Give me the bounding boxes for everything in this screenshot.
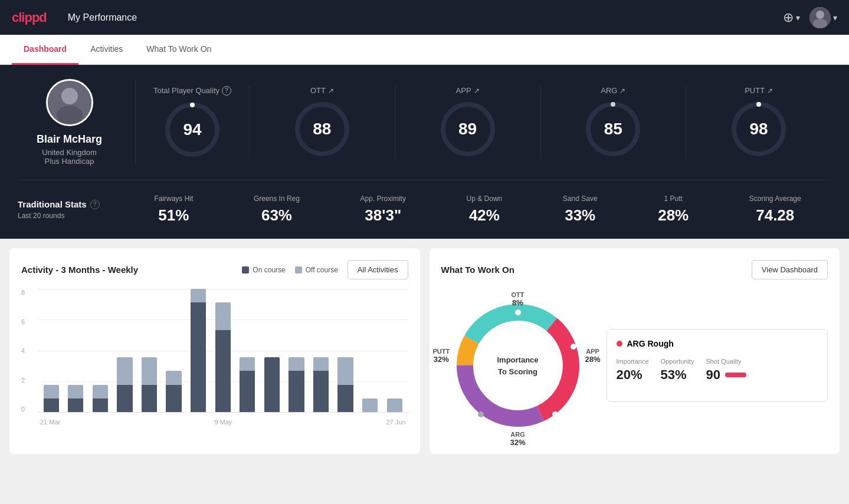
view-dashboard-button[interactable]: View Dashboard bbox=[752, 260, 828, 279]
fairways-label: Fairways Hit bbox=[154, 195, 193, 203]
bar-on-7 bbox=[215, 330, 231, 412]
donut-center-line1: Importance bbox=[497, 354, 538, 366]
player-country: United Kingdom bbox=[42, 148, 97, 157]
user-menu[interactable]: ▾ bbox=[809, 7, 837, 28]
tpq-info-icon[interactable]: ? bbox=[222, 86, 231, 95]
x-label-jun: 27 Jun bbox=[386, 419, 405, 426]
all-activities-button[interactable]: All Activities bbox=[348, 260, 408, 279]
tpq-value: 94 bbox=[183, 120, 201, 139]
donut-wrapper: Importance To Scoring OTT 8% APP 28% ARG… bbox=[441, 289, 595, 442]
activity-card: Activity - 3 Months - Weekly On course O… bbox=[9, 248, 420, 454]
info-card: ARG Rough Importance 20% Opportunity 53%… bbox=[607, 329, 828, 402]
importance-label: Importance bbox=[617, 358, 649, 365]
avatar bbox=[809, 7, 831, 28]
info-title: ARG Rough bbox=[627, 339, 674, 348]
svg-point-1 bbox=[816, 11, 824, 19]
bar-off-2 bbox=[93, 385, 108, 398]
tab-dashboard[interactable]: Dashboard bbox=[12, 35, 78, 65]
x-axis-labels: 21 Mar 9 May 27 Jun bbox=[38, 414, 408, 430]
bar-off-5 bbox=[166, 371, 181, 384]
y-label-4: 4 bbox=[21, 347, 25, 354]
fairways-value: 51% bbox=[158, 206, 189, 225]
stat-scoring: Scoring Average 74.28 bbox=[749, 195, 801, 225]
trad-subtitle: Last 20 rounds bbox=[18, 212, 124, 220]
player-name: Blair McHarg bbox=[37, 133, 102, 146]
bar-on-8 bbox=[240, 371, 255, 412]
tab-what-to-work-on[interactable]: What To Work On bbox=[135, 35, 223, 65]
x-label-may: 9 May bbox=[214, 419, 232, 426]
y-label-6: 6 bbox=[21, 318, 25, 325]
on-course-dot bbox=[242, 266, 249, 274]
ott-donut-label: OTT 8% bbox=[512, 291, 525, 307]
bar-group-14 bbox=[383, 289, 406, 412]
svg-point-5 bbox=[57, 106, 83, 124]
importance-value: 20% bbox=[617, 367, 649, 383]
bar-on-0 bbox=[44, 398, 59, 412]
on-course-label: On course bbox=[253, 266, 285, 274]
y-label-8: 8 bbox=[21, 289, 25, 296]
work-on-header: What To Work On View Dashboard bbox=[441, 260, 828, 279]
bar-group-4 bbox=[138, 289, 160, 412]
y-label-2: 2 bbox=[21, 377, 25, 384]
bar-group-5 bbox=[163, 289, 185, 412]
bar-off-11 bbox=[313, 357, 329, 371]
off-course-dot bbox=[295, 266, 302, 274]
chart-area bbox=[38, 289, 408, 413]
ott-value: 88 bbox=[313, 120, 331, 139]
trad-stat-items: Fairways Hit 51% Greens In Reg 63% App. … bbox=[124, 195, 831, 225]
bars bbox=[38, 289, 408, 412]
bottom-section: Activity - 3 Months - Weekly On course O… bbox=[0, 239, 849, 463]
player-handicap: Plus Handicap bbox=[45, 157, 94, 166]
putt-label: PUTT ↗ bbox=[745, 86, 773, 95]
svg-point-27 bbox=[478, 411, 484, 417]
oneputt-label: 1 Putt bbox=[664, 195, 683, 203]
stats-banner: Blair McHarg United Kingdom Plus Handica… bbox=[0, 65, 849, 239]
score-card-arg: ARG ↗ 85 bbox=[541, 86, 687, 159]
bar-group-8 bbox=[237, 289, 259, 412]
ott-circle: 88 bbox=[293, 100, 352, 159]
oneputt-value: 28% bbox=[658, 206, 689, 225]
tab-activities[interactable]: Activities bbox=[78, 35, 135, 65]
stat-greens: Greens In Reg 63% bbox=[254, 195, 300, 225]
bar-on-3 bbox=[117, 385, 132, 412]
shot-quality-row: 90 bbox=[706, 367, 748, 383]
bar-on-10 bbox=[289, 371, 304, 412]
app-circle: 89 bbox=[438, 100, 497, 159]
updown-label: Up & Down bbox=[467, 195, 503, 203]
activity-legend: On course Off course bbox=[242, 266, 338, 274]
info-metrics: Importance 20% Opportunity 53% Shot Qual… bbox=[617, 358, 818, 383]
red-dot-icon bbox=[617, 341, 622, 347]
score-card-app: APP ↗ 89 bbox=[395, 86, 541, 159]
shot-quality-label: Shot Quality bbox=[706, 358, 748, 365]
y-axis-labels: 8 6 4 2 0 bbox=[21, 289, 28, 413]
trad-info-icon[interactable]: ? bbox=[90, 200, 100, 209]
ott-label: OTT ↗ bbox=[310, 86, 334, 95]
svg-point-26 bbox=[552, 411, 558, 417]
bar-group-3 bbox=[114, 289, 136, 412]
shot-quality-bar-fill bbox=[725, 373, 746, 377]
add-button[interactable]: ⊕ ▾ bbox=[783, 10, 800, 25]
shot-quality-metric: Shot Quality 90 bbox=[706, 358, 748, 383]
bar-chart: 8 6 4 2 0 21 Mar 9 Ma bbox=[21, 289, 408, 430]
activity-title: Activity - 3 Months - Weekly bbox=[21, 265, 138, 275]
bar-group-12 bbox=[335, 289, 357, 412]
scoring-value: 74.28 bbox=[756, 206, 794, 225]
bar-off-3 bbox=[117, 357, 132, 384]
bar-off-0 bbox=[44, 385, 59, 398]
updown-value: 42% bbox=[469, 206, 500, 225]
stat-updown: Up & Down 42% bbox=[467, 195, 503, 225]
arg-arrow-icon: ↗ bbox=[619, 87, 625, 95]
plus-icon: ⊕ bbox=[783, 10, 794, 25]
trad-title: Traditional Stats bbox=[18, 199, 87, 209]
app-donut-label: APP 28% bbox=[585, 348, 600, 364]
svg-point-24 bbox=[515, 309, 521, 315]
bar-off-6 bbox=[191, 289, 206, 302]
bar-on-9 bbox=[264, 357, 280, 412]
putt-arrow-icon: ↗ bbox=[767, 87, 773, 95]
bar-on-12 bbox=[337, 385, 353, 412]
donut-center-line2: To Scoring bbox=[497, 365, 538, 377]
arg-donut-label: ARG 32% bbox=[510, 431, 525, 447]
tpq-label: Total Player Quality ? bbox=[153, 86, 231, 95]
app-value: 89 bbox=[458, 120, 477, 139]
bar-group-13 bbox=[359, 289, 381, 412]
